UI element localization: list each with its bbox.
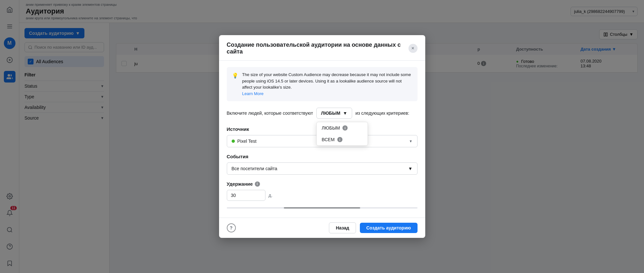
events-label: События	[227, 154, 418, 159]
footer-left: ?	[227, 223, 236, 232]
footer-right: Назад Создать аудиторию	[329, 222, 417, 233]
retention-unit: д.	[269, 193, 273, 198]
dropdown-option-vsem-label: ВСЕМ	[322, 137, 335, 142]
dropdown-option-lubym-label: ЛЮБЫМ	[322, 125, 340, 131]
source-dot-icon	[232, 140, 235, 143]
criteria-prefix: Включите людей, которые соответствуют	[227, 111, 313, 116]
source-arrow-icon: ▼	[409, 139, 413, 143]
events-arrow-icon: ▼	[408, 166, 413, 171]
events-value: Все посетители сайта	[232, 166, 277, 171]
dropdown-option-vsem[interactable]: ВСЕМ i	[317, 134, 368, 145]
criteria-dropdown-label: ЛЮБЫМ	[321, 111, 341, 116]
scrollbar[interactable]	[227, 207, 418, 209]
info-banner-content: The size of your website Custom Audience…	[242, 72, 412, 97]
info-banner: 💡 The size of your website Custom Audien…	[227, 67, 418, 101]
info-icon-lubym: i	[342, 125, 348, 131]
dialog: Создание пользовательской аудитории на о…	[219, 35, 425, 238]
create-audience-dialog-button[interactable]: Создать аудиторию	[360, 223, 418, 233]
retention-info-icon: i	[255, 181, 260, 187]
criteria-dropdown-trigger[interactable]: ЛЮБЫМ ▼	[316, 108, 352, 119]
info-icon-vsem: i	[337, 137, 342, 142]
dialog-header: Создание пользовательской аудитории на о…	[219, 35, 425, 61]
events-select[interactable]: Все посетители сайта ▼	[227, 162, 418, 175]
criteria-suffix: из следующих критериев:	[355, 111, 409, 116]
criteria-dropdown-menu: ЛЮБЫМ i ВСЕМ i	[316, 122, 368, 146]
dialog-footer: ? Назад Создать аудиторию	[219, 218, 425, 238]
criteria-row: Включите людей, которые соответствуют ЛЮ…	[227, 108, 418, 119]
criteria-dropdown-arrow: ▼	[343, 111, 347, 116]
info-banner-text: The size of your website Custom Audience…	[242, 72, 411, 90]
lightbulb-icon: 💡	[232, 72, 238, 97]
criteria-dropdown-wrapper: ЛЮБЫМ ▼ ЛЮБЫМ i ВСЕМ i	[316, 108, 352, 119]
events-section: События Все посетители сайта ▼	[227, 154, 418, 175]
retention-section: Удержание i д.	[227, 181, 418, 201]
retention-label: Удержание	[227, 181, 253, 187]
scroll-area	[227, 207, 418, 209]
source-value: Pixel Test	[237, 139, 257, 144]
back-button[interactable]: Назад	[329, 222, 356, 233]
dialog-title: Создание пользовательской аудитории на о…	[227, 42, 409, 55]
close-dialog-button[interactable]: ×	[409, 44, 418, 53]
dialog-overlay: Создание пользовательской аудитории на о…	[0, 0, 644, 273]
dialog-body: 💡 The size of your website Custom Audien…	[219, 61, 425, 218]
retention-row: д.	[227, 190, 418, 201]
retention-input[interactable]	[227, 190, 265, 201]
help-button[interactable]: ?	[227, 223, 236, 232]
dropdown-option-lubym[interactable]: ЛЮБЫМ i	[317, 122, 368, 134]
learn-more-link[interactable]: Learn More	[242, 91, 264, 96]
